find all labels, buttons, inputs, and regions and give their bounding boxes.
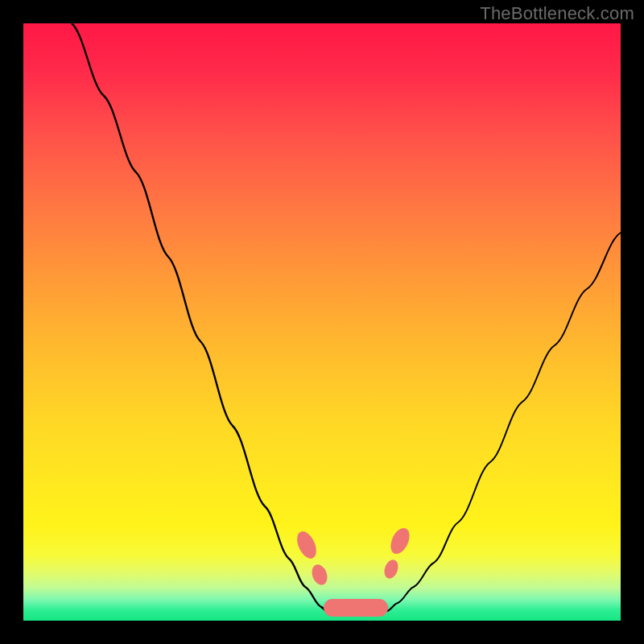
curve-marker-left-mid [309, 563, 330, 588]
valley-marker-bar [324, 599, 388, 617]
curve-marker-left-high [293, 528, 320, 561]
chart-frame: TheBottleneck.com [0, 0, 644, 644]
curve-marker-right-high [387, 525, 413, 556]
watermark-text: TheBottleneck.com [480, 3, 634, 24]
left-curve-line [72, 23, 328, 613]
right-curve-line [382, 233, 621, 613]
curve-marker-right-mid [382, 558, 400, 580]
curve-markers [293, 525, 413, 587]
chart-svg [23, 23, 621, 621]
